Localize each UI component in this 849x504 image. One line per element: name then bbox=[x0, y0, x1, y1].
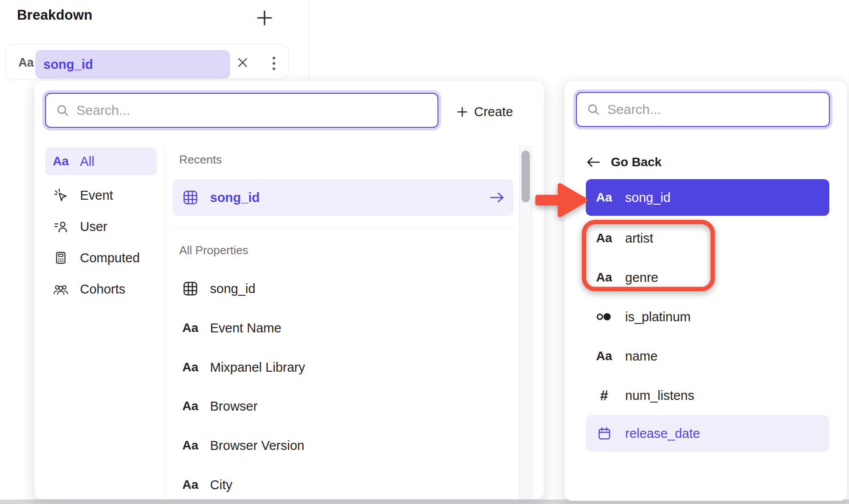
category-tab-computed[interactable]: Computed bbox=[45, 244, 157, 272]
sub-property-row-song-id-selected[interactable]: Aa song_id bbox=[586, 179, 829, 216]
section-divider bbox=[172, 227, 513, 228]
sub-property-row-name[interactable]: Aa name bbox=[586, 338, 829, 374]
calculator-icon bbox=[52, 251, 69, 265]
search-icon bbox=[587, 103, 600, 116]
number-type-icon: # bbox=[595, 387, 614, 404]
property-search-field[interactable] bbox=[45, 93, 438, 128]
table-grid-icon bbox=[181, 281, 200, 297]
table-grid-icon bbox=[181, 189, 200, 206]
search-icon bbox=[56, 104, 69, 117]
property-row-browser-version[interactable]: Aa Browser Version bbox=[172, 427, 513, 464]
recents-heading: Recents bbox=[179, 153, 222, 167]
text-type-icon: Aa bbox=[18, 45, 34, 80]
text-type-icon: Aa bbox=[181, 321, 200, 335]
text-type-icon: Aa bbox=[595, 270, 614, 285]
breakdown-options-button[interactable] bbox=[268, 54, 280, 73]
recent-item-song-id[interactable]: song_id bbox=[172, 179, 513, 216]
sub-property-row-genre[interactable]: Aa genre bbox=[586, 259, 829, 296]
calendar-icon bbox=[595, 426, 614, 441]
sub-property-row-release-date[interactable]: release_date bbox=[586, 415, 829, 452]
sub-property-row-is-platinum[interactable]: is_platinum bbox=[586, 298, 829, 335]
drill-in-arrow-icon[interactable] bbox=[488, 191, 506, 204]
plus-icon bbox=[456, 106, 468, 118]
screen: Breakdown Aa song_id Create Aa All bbox=[0, 0, 849, 504]
property-row-song-id[interactable]: song_id bbox=[172, 270, 513, 307]
create-property-button[interactable]: Create bbox=[456, 102, 513, 122]
event-cursor-icon bbox=[52, 188, 69, 203]
text-type-icon: Aa bbox=[181, 438, 200, 453]
text-type-icon: Aa bbox=[181, 360, 200, 374]
back-arrow-icon bbox=[586, 156, 601, 168]
property-picker-panel: Create Aa All Event User Computed bbox=[34, 80, 544, 500]
card-edge-divider bbox=[308, 0, 309, 80]
all-properties-heading: All Properties bbox=[179, 244, 248, 257]
people-icon bbox=[52, 281, 69, 297]
category-tab-cohorts[interactable]: Cohorts bbox=[45, 275, 157, 303]
sidebar-divider bbox=[164, 146, 165, 499]
property-row-event-name[interactable]: Aa Event Name bbox=[172, 310, 513, 346]
add-breakdown-button[interactable] bbox=[255, 8, 274, 27]
breakdown-chip[interactable]: Aa song_id bbox=[5, 44, 289, 80]
sub-property-search-field[interactable] bbox=[576, 92, 830, 127]
category-tab-event[interactable]: Event bbox=[45, 181, 157, 209]
search-input[interactable] bbox=[607, 102, 829, 117]
sub-property-picker-panel: Go Back Aa song_id Aa artist Aa genre is… bbox=[564, 80, 848, 501]
close-icon bbox=[236, 56, 249, 69]
property-row-mixpanel-library[interactable]: Aa Mixpanel Library bbox=[172, 349, 513, 386]
property-row-city[interactable]: Aa City bbox=[172, 466, 513, 500]
user-icon bbox=[52, 219, 69, 234]
plus-icon bbox=[256, 9, 273, 27]
create-label: Create bbox=[474, 105, 513, 119]
text-type-icon: Aa bbox=[595, 349, 614, 363]
go-back-button[interactable]: Go Back bbox=[586, 151, 662, 173]
text-type-icon: Aa bbox=[595, 190, 614, 205]
property-row-browser[interactable]: Aa Browser bbox=[172, 388, 513, 424]
text-type-icon: Aa bbox=[52, 154, 69, 168]
sub-property-row-artist[interactable]: Aa artist bbox=[586, 220, 829, 256]
category-tab-user[interactable]: User bbox=[45, 213, 157, 240]
chip-value-label: song_id bbox=[43, 57, 93, 72]
breakdown-chip-value[interactable]: song_id bbox=[35, 50, 230, 79]
scrollbar-thumb[interactable] bbox=[521, 151, 530, 202]
text-type-icon: Aa bbox=[181, 399, 200, 413]
boolean-icon bbox=[595, 310, 614, 324]
text-type-icon: Aa bbox=[595, 231, 614, 245]
remove-breakdown-button[interactable] bbox=[235, 55, 251, 71]
breakdown-section-title: Breakdown bbox=[17, 7, 92, 23]
search-input[interactable] bbox=[76, 103, 437, 118]
sub-property-row-num-listens[interactable]: # num_listens bbox=[586, 377, 829, 414]
category-tab-all[interactable]: Aa All bbox=[45, 147, 157, 175]
text-type-icon: Aa bbox=[181, 478, 200, 492]
